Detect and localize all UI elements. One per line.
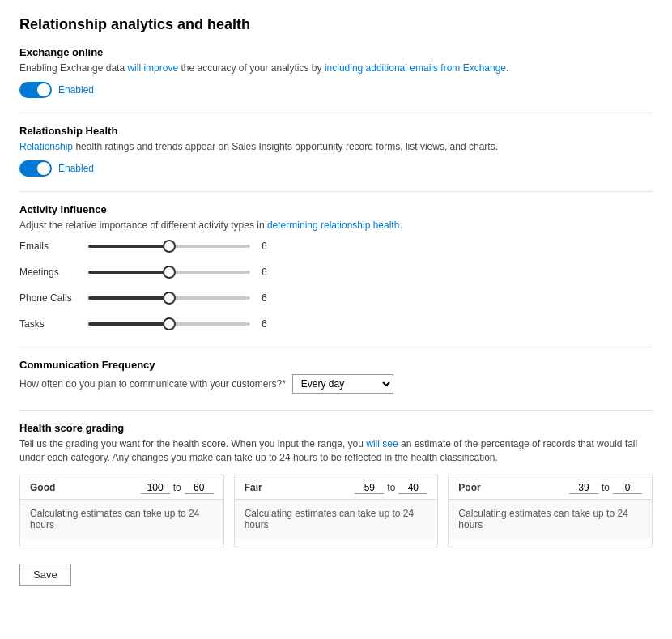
communication-frequency-heading: Communication Frequency [19, 359, 653, 371]
relationship-health-toggle-label: Enabled [58, 163, 94, 174]
card-body-text-poor: Calculating estimates can take up to 24 … [458, 508, 627, 530]
relationship-health-description: Relationship health ratings and trends a… [19, 140, 653, 154]
card-body-text-good: Calculating estimates can take up to 24 … [30, 508, 199, 530]
slider-track-wrap-emails [88, 238, 250, 254]
card-range-to-fair[interactable] [398, 482, 427, 494]
relationship-health-heading: Relationship Health [19, 125, 653, 137]
card-range-fair: to [355, 482, 427, 494]
grading-card-fair: Fair to Calculating estimates can take u… [234, 475, 439, 547]
divider-3 [19, 347, 653, 347]
slider-value-emails: 6 [262, 241, 274, 252]
slider-track-phone-calls [88, 296, 250, 300]
card-header-good: Good to [20, 475, 223, 500]
card-range-good: to [141, 482, 214, 494]
slider-track-wrap-meetings [88, 264, 250, 280]
slider-track-tasks [88, 322, 250, 326]
card-header-fair: Fair to [235, 475, 438, 500]
slider-thumb-emails[interactable] [163, 240, 176, 253]
card-range-from-good[interactable] [141, 482, 170, 494]
slider-value-tasks: 6 [262, 318, 274, 330]
communication-frequency-section: Communication Frequency How often do you… [19, 359, 653, 394]
slider-track-wrap-phone-calls [88, 290, 250, 306]
card-header-poor: Poor to [449, 475, 652, 500]
slider-row-meetings: Meetings 6 [19, 264, 653, 280]
slider-thumb-meetings[interactable] [163, 266, 176, 279]
health-score-grading-heading: Health score grading [19, 422, 653, 434]
divider-4 [19, 410, 653, 411]
relationship-health-section: Relationship Health Relationship health … [19, 125, 653, 177]
slider-label-phone-calls: Phone Calls [19, 292, 88, 304]
save-button[interactable]: Save [19, 564, 71, 586]
card-range-to-poor[interactable] [613, 482, 642, 494]
slider-value-phone-calls: 6 [262, 292, 274, 304]
card-body-fair: Calculating estimates can take up to 24 … [235, 500, 438, 539]
hsg-desc-text1: Tell us the grading you want for the hea… [19, 438, 366, 449]
activity-influence-description: Adjust the relative importance of differ… [19, 219, 653, 232]
communication-frequency-select[interactable]: Every day Every week Every two weeks Eve… [292, 374, 393, 394]
ai-desc-text1: Adjust the relative importance of differ… [19, 219, 267, 231]
exchange-online-toggle[interactable] [19, 82, 52, 98]
card-title-good: Good [30, 482, 55, 493]
card-title-poor: Poor [458, 482, 480, 493]
freq-row: How often do you plan to communicate wit… [19, 374, 653, 394]
slider-label-tasks: Tasks [19, 318, 88, 330]
ai-desc-text2: . [399, 219, 402, 231]
exchange-online-toggle-label: Enabled [58, 84, 94, 96]
rh-desc-link: Relationship [19, 141, 73, 152]
rh-desc-text: health ratings and trends appear on Sale… [73, 141, 498, 152]
card-body-poor: Calculating estimates can take up to 24 … [449, 500, 652, 539]
divider-2 [19, 191, 653, 192]
divider-1 [19, 113, 653, 113]
slider-thumb-tasks[interactable] [163, 317, 176, 330]
slider-track-wrap-tasks [88, 316, 250, 332]
relationship-health-toggle[interactable] [19, 160, 52, 177]
page-title: Relationship analytics and health [19, 16, 653, 33]
exchange-online-description: Enabling Exchange data will improve the … [19, 62, 653, 75]
exchange-online-toggle-wrap: Enabled [19, 82, 653, 98]
ai-desc-link: determining relationship health [267, 219, 399, 231]
card-range-to-label-fair: to [387, 482, 395, 493]
card-range-from-poor[interactable] [569, 482, 598, 494]
grading-cards: Good to Calculating estimates can take u… [19, 475, 653, 547]
grading-card-good: Good to Calculating estimates can take u… [19, 475, 224, 547]
slider-row-tasks: Tasks 6 [19, 316, 653, 332]
slider-track-meetings [88, 271, 250, 274]
grading-card-poor: Poor to Calculating estimates can take u… [448, 475, 653, 547]
card-body-good: Calculating estimates can take up to 24 … [20, 500, 223, 539]
exchange-desc-link1: will improve [127, 62, 178, 74]
slider-label-meetings: Meetings [19, 266, 88, 278]
slider-thumb-phone-calls[interactable] [163, 292, 176, 305]
exchange-desc-link2: including additional emails from Exchang… [325, 62, 506, 74]
activity-influence-heading: Activity influence [19, 203, 653, 215]
card-range-to-label-good: to [173, 482, 181, 493]
slider-label-emails: Emails [19, 241, 88, 252]
exchange-online-heading: Exchange online [19, 46, 653, 58]
health-score-grading-section: Health score grading Tell us the grading… [19, 422, 653, 547]
exchange-desc-text3: . [506, 62, 508, 74]
activity-influence-section: Activity influence Adjust the relative i… [19, 203, 653, 333]
slider-track-emails [88, 245, 250, 248]
hsg-desc-link: will see [366, 438, 398, 449]
card-range-from-fair[interactable] [355, 482, 384, 494]
exchange-desc-text1: Enabling Exchange data [19, 62, 127, 74]
card-range-poor: to [569, 482, 642, 494]
slider-value-meetings: 6 [262, 266, 274, 278]
relationship-health-toggle-wrap: Enabled [19, 160, 653, 177]
card-range-to-label-poor: to [602, 482, 610, 493]
exchange-desc-text2: the accuracy of your analytics by [178, 62, 325, 74]
card-range-to-good[interactable] [185, 482, 214, 494]
exchange-online-section: Exchange online Enabling Exchange data w… [19, 46, 653, 98]
freq-question-label: How often do you plan to communicate wit… [19, 378, 286, 390]
slider-row-emails: Emails 6 [19, 238, 653, 254]
card-body-text-fair: Calculating estimates can take up to 24 … [245, 508, 414, 530]
card-title-fair: Fair [245, 482, 262, 493]
health-score-grading-description: Tell us the grading you want for the hea… [19, 437, 653, 465]
slider-row-phone-calls: Phone Calls 6 [19, 290, 653, 306]
